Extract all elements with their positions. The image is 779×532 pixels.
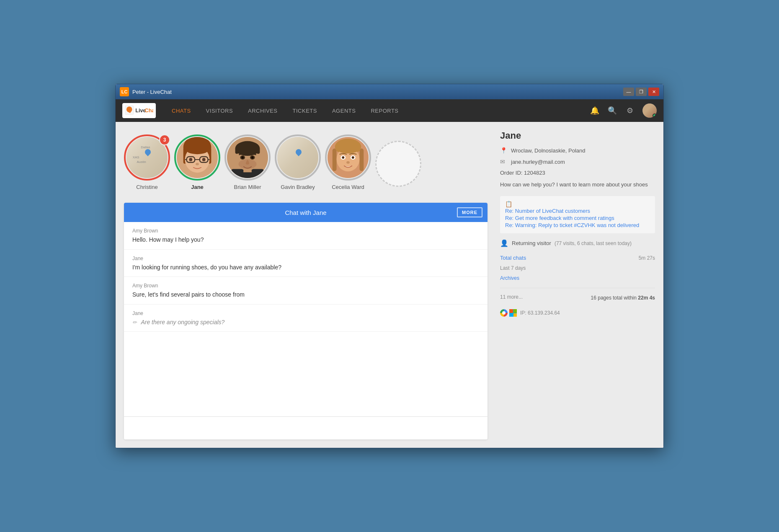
avatar-name-gavin: Gavin Bradley xyxy=(281,184,315,190)
minimize-button[interactable]: — xyxy=(623,88,634,96)
svg-point-40 xyxy=(342,156,344,159)
avatar-circle-jane xyxy=(174,134,220,181)
contact-location: Wroclaw, Dolnoslaskie, Poland xyxy=(511,147,586,154)
archives-label[interactable]: Archives xyxy=(500,275,655,281)
badge-christine: 3 xyxy=(159,134,170,145)
total-chats-label[interactable]: Total chats xyxy=(500,255,526,261)
svg-point-37 xyxy=(336,142,361,153)
last-7-days: Last 7 days xyxy=(500,265,655,271)
browser-info: IP: 63.139.234.64 xyxy=(500,309,655,317)
svg-point-17 xyxy=(189,158,192,161)
location-icon: 📍 xyxy=(500,147,508,154)
avatar-name-christine: Christine xyxy=(136,184,157,190)
settings-icon[interactable]: ⚙ xyxy=(625,106,635,115)
titlebar: LC Peter - LiveChat — ❐ ✕ xyxy=(116,84,663,99)
app-icon: LC xyxy=(120,87,129,96)
svg-point-31 xyxy=(251,156,254,159)
avatar-img-cecelia xyxy=(328,137,369,178)
nav-items: CHATS VISITORS ARCHIVES TICKETS AGENTS R… xyxy=(164,99,590,122)
contact-name: Jane xyxy=(500,130,655,141)
nav-agents[interactable]: AGENTS xyxy=(325,99,363,122)
avatar-name-cecelia: Cecelia Ward xyxy=(332,184,364,190)
tickets-section: 📋 Re: Number of LiveChat customers Re: G… xyxy=(500,196,655,233)
divider xyxy=(500,288,655,288)
ticket-link-3[interactable]: Re: Warning: Reply to ticket #CZVHK was … xyxy=(505,222,650,228)
svg-rect-25 xyxy=(235,147,239,154)
chat-input-field[interactable] xyxy=(131,422,481,433)
window-controls: — ❐ ✕ xyxy=(623,88,659,96)
nav-archives[interactable]: ARCHIVES xyxy=(240,99,285,122)
avatar-christine[interactable]: Dallas Austin XAS 3 Christine xyxy=(124,134,170,190)
chrome-icon xyxy=(500,309,508,317)
map-label-austin: Austin xyxy=(137,160,146,164)
contact-order: Order ID: 1204823 xyxy=(500,170,655,176)
total-chats-row: Total chats 5m 27s xyxy=(500,255,655,261)
app-window: LC Peter - LiveChat — ❐ ✕ Live Chat CHAT… xyxy=(115,84,664,448)
message-2: Jane I'm looking for running shoes, do y… xyxy=(124,250,488,277)
ip-address: IP: 63.139.234.64 xyxy=(520,310,560,316)
visitor-status: Returning visitor xyxy=(512,240,551,246)
map-label-dallas: Dallas xyxy=(141,145,150,149)
right-panel: Jane 📍 Wroclaw, Dolnoslaskie, Poland ✉ j… xyxy=(496,122,663,448)
total-chats-time: 5m 27s xyxy=(639,255,655,261)
maximize-button[interactable]: ❐ xyxy=(636,88,647,96)
nav-visitors[interactable]: VISITORS xyxy=(199,99,240,122)
avatar-img-brian xyxy=(227,137,268,178)
logo[interactable]: Live Chat xyxy=(122,103,156,118)
contact-email-row: ✉ jane.hurley@mail.com xyxy=(500,158,655,165)
avatar-brian[interactable]: Brian Miller xyxy=(224,134,271,190)
message-4: Jane ✏ Are there any ongoing specials? xyxy=(124,305,488,332)
email-icon: ✉ xyxy=(500,158,508,165)
nav-chats[interactable]: CHATS xyxy=(164,99,199,122)
chat-header-title: Chat with Jane xyxy=(285,209,326,216)
nav-reports[interactable]: REPORTS xyxy=(363,99,406,122)
pencil-icon: ✏ xyxy=(132,319,137,326)
svg-rect-34 xyxy=(359,148,364,171)
more-link[interactable]: 11 more... xyxy=(500,294,523,300)
close-button[interactable]: ✕ xyxy=(648,88,659,96)
online-indicator xyxy=(653,114,657,118)
nav-right: 🔔 🔍 ⚙ xyxy=(590,103,657,118)
chat-input-area xyxy=(124,416,488,439)
pages-info: 16 pages total within 22m 4s xyxy=(591,295,655,301)
avatar-circle-empty xyxy=(375,141,421,187)
avatar-circle-brian xyxy=(224,134,271,181)
ticket-link-2[interactable]: Re: Get more feedback with comment ratin… xyxy=(505,215,650,221)
message-3-sender: Amy Brown xyxy=(132,283,479,289)
svg-rect-26 xyxy=(257,147,260,154)
message-3: Amy Brown Sure, let's find several pairs… xyxy=(124,277,488,305)
chat-messages: Amy Brown Hello. How may I help you? Jan… xyxy=(124,222,488,416)
navbar: Live Chat CHATS VISITORS ARCHIVES TICKET… xyxy=(116,99,663,122)
message-2-sender: Jane xyxy=(132,256,479,261)
chat-header: Chat with Jane MORE xyxy=(124,203,488,222)
search-icon[interactable]: 🔍 xyxy=(607,106,617,115)
svg-point-18 xyxy=(202,158,206,161)
notifications-icon[interactable]: 🔔 xyxy=(590,106,600,115)
main-content: Dallas Austin XAS 3 Christine xyxy=(116,122,663,448)
avatar-empty[interactable] xyxy=(375,141,421,190)
window-title: Peter - LiveChat xyxy=(132,89,620,95)
message-4-text: ✏ Are there any ongoing specials? xyxy=(132,318,479,327)
svg-point-30 xyxy=(241,156,244,159)
message-1-sender: Amy Brown xyxy=(132,228,479,234)
user-avatar[interactable] xyxy=(642,103,657,118)
chat-more-button[interactable]: MORE xyxy=(457,207,482,217)
map-label-xas: XAS xyxy=(133,155,139,159)
message-4-sender: Jane xyxy=(132,310,479,316)
visitor-icon: 👤 xyxy=(500,239,508,247)
contact-message: How can we help you? I want to learn mor… xyxy=(500,181,655,189)
content-panel: Dallas Austin XAS 3 Christine xyxy=(116,122,496,448)
ticket-link-1[interactable]: Re: Number of LiveChat customers xyxy=(505,208,650,214)
nav-tickets[interactable]: TICKETS xyxy=(285,99,325,122)
message-1: Amy Brown Hello. How may I help you? xyxy=(124,222,488,250)
visitor-info: 👤 Returning visitor (77 visits, 6 chats,… xyxy=(500,239,655,247)
chat-window: Chat with Jane MORE Amy Brown Hello. How… xyxy=(124,203,488,439)
avatar-gavin[interactable]: Gavin Bradley xyxy=(275,134,321,190)
avatar-jane[interactable]: Jane xyxy=(174,134,220,190)
avatar-cecelia[interactable]: Cecelia Ward xyxy=(325,134,371,190)
contact-location-row: 📍 Wroclaw, Dolnoslaskie, Poland xyxy=(500,147,655,154)
avatar-img-jane xyxy=(177,137,218,178)
message-2-text: I'm looking for running shoes, do you ha… xyxy=(132,263,479,272)
avatar-circle-cecelia xyxy=(325,134,371,181)
svg-point-42 xyxy=(346,161,350,164)
